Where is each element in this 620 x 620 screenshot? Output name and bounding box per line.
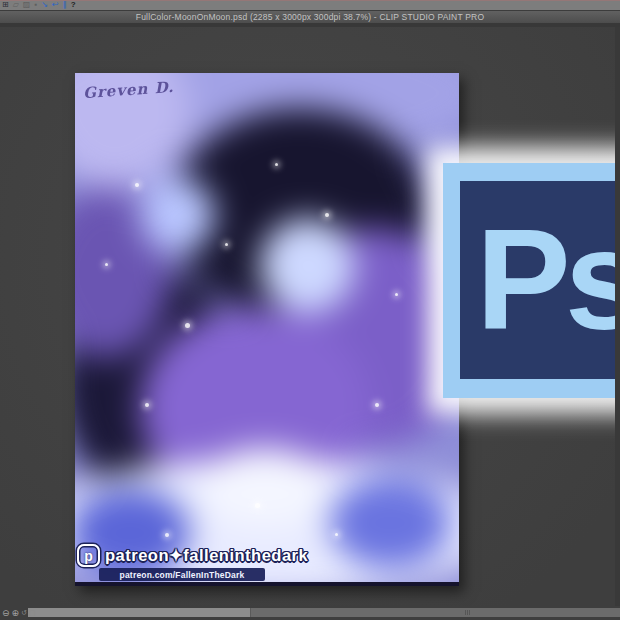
help-icon[interactable]: ? (71, 0, 76, 10)
titlebar[interactable]: FullColor-MoonOnMoon.psd (2285 x 3000px … (0, 10, 620, 23)
patreon-url-bar: patreon.com/FallenInTheDark (99, 568, 265, 581)
fit-to-screen-icon[interactable]: ▢ (29, 607, 36, 619)
patreon-credit-text: patreon✦falleninthedark (105, 546, 308, 565)
vertical-scrollbar[interactable] (615, 27, 620, 607)
photoshop-logo: Ps (443, 163, 620, 398)
artwork-bottom-strip (75, 582, 459, 586)
horizontal-scrollbar-track[interactable] (28, 608, 620, 617)
scrollbar-grip (465, 610, 473, 615)
snap-to-grid-icon[interactable]: ∥ (63, 0, 67, 10)
photoshop-logo-text: Ps (460, 209, 620, 351)
window-top-edge (0, 0, 620, 1)
document-title: FullColor-MoonOnMoon.psd (2285 x 3000px … (136, 12, 484, 22)
lasso-tool-icon[interactable]: ▨ (23, 0, 31, 10)
horizontal-scrollbar-thumb[interactable] (28, 608, 251, 617)
document-canvas[interactable]: Greven D. p patreon✦falleninthedark patr… (75, 73, 459, 586)
artwork-placeholder (75, 73, 459, 586)
patreon-banner: p patreon✦falleninthedark (77, 544, 308, 567)
zoom-in-icon[interactable]: ⊕ (12, 607, 20, 619)
titlebar-separator (0, 23, 620, 27)
rotate-canvas-icon[interactable]: ↺ (21, 607, 27, 619)
snap-to-ruler-icon[interactable]: ↘ (41, 0, 48, 10)
selection-option-icon[interactable]: ▪ (34, 0, 37, 10)
command-toolbar: ⊞ ▱ ▨ ▪ ↘ ↩ ∥ ? (0, 0, 620, 10)
canvas-nav-controls: ⊖ ⊕ ↺ ▢ (2, 607, 36, 619)
photoshop-logo-inner: Ps (460, 181, 620, 379)
patreon-logo-icon: p (77, 544, 100, 567)
snap-to-special-ruler-icon[interactable]: ↩ (52, 0, 59, 10)
patreon-url-text: patreon.com/FallenInTheDark (120, 570, 245, 580)
transform-tool-icon[interactable]: ⊞ (2, 0, 9, 10)
zoom-out-icon[interactable]: ⊖ (2, 607, 10, 619)
marquee-tool-icon[interactable]: ▱ (13, 0, 19, 10)
